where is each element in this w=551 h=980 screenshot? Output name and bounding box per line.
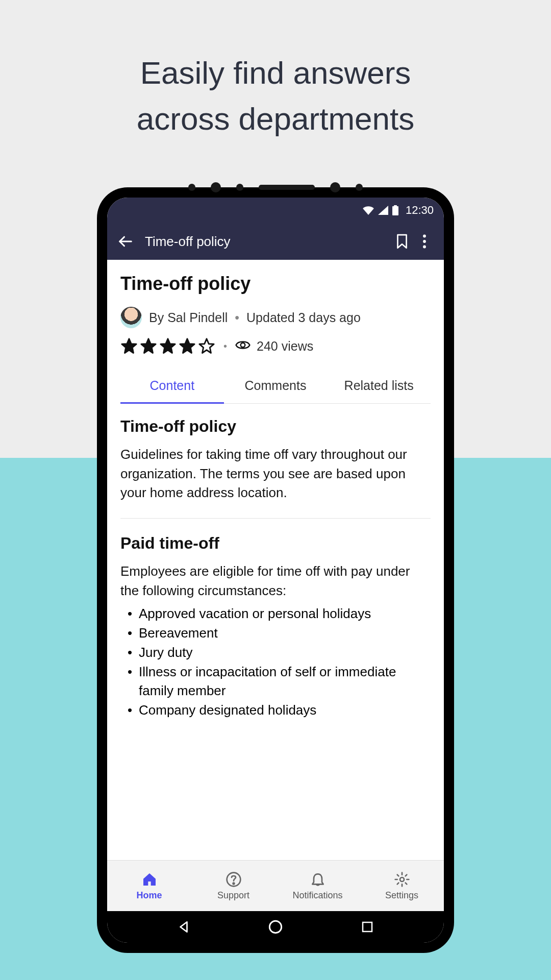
phone-frame: 12:30 Time-off policy Time-off policy By… [97,187,454,953]
hero-line-1: Easily find answers [0,50,551,96]
avatar [120,307,142,328]
bookmark-button[interactable] [391,230,413,253]
updated-label: Updated 3 days ago [246,310,361,325]
nav-label: Support [217,890,249,901]
home-icon [141,871,158,888]
sensor-dot [236,184,243,191]
list-item: Approved vacation or personal holidays [120,604,431,624]
meta-separator: • [223,340,227,352]
list-item: Bereavement [120,624,431,643]
camera-dot [330,182,340,192]
phone-screen: 12:30 Time-off policy Time-off policy By… [107,198,444,943]
author-name: Sal Pindell [167,310,228,325]
arrow-left-icon [118,234,133,249]
section-divider [120,518,431,519]
more-vertical-icon [422,234,427,249]
svg-point-4 [423,240,426,243]
tab-content[interactable]: Content [120,370,224,403]
cellular-icon [378,206,388,215]
circle-home-icon [268,920,283,934]
star-filled-icon [159,337,177,355]
svg-rect-11 [363,922,372,932]
star-filled-icon [140,337,157,355]
star-filled-icon [179,337,196,355]
bottom-nav: HomeSupportNotificationsSettings [107,860,444,911]
tab-related-lists[interactable]: Related lists [327,370,431,403]
bookmark-icon [395,234,409,249]
more-button[interactable] [413,230,436,253]
list-item: Jury duty [120,643,431,663]
section-body: Guidelines for taking time off vary thro… [120,445,431,503]
section-heading: Time-off policy [120,417,431,436]
list-item: Company designated holidays [120,701,431,720]
nav-label: Home [136,890,162,901]
nav-label: Notifications [292,890,342,901]
app-bar: Time-off policy [107,223,444,260]
android-recent-button[interactable] [359,918,376,936]
hero-heading: Easily find answers across departments [0,0,551,142]
nav-item-settings[interactable]: Settings [360,861,444,911]
views-count: 240 views [257,339,313,354]
square-recent-icon [361,921,373,933]
rating-stars[interactable] [120,337,215,355]
status-bar: 12:30 [107,198,444,223]
nav-item-home[interactable]: Home [107,861,191,911]
byline: By Sal Pindell • Updated 3 days ago [120,307,431,328]
speaker-slot [259,185,315,190]
author-prefix: By [149,310,167,325]
section-heading: Paid time-off [120,534,431,553]
svg-point-6 [241,343,245,348]
back-button[interactable] [115,231,136,252]
android-nav-bar [107,911,444,943]
android-home-button[interactable] [267,918,284,936]
nav-item-support[interactable]: Support [191,861,276,911]
android-back-button[interactable] [175,918,192,936]
svg-rect-0 [392,206,398,215]
svg-point-10 [269,921,281,933]
star-filled-icon [120,337,138,355]
article-body: Time-off policyGuidelines for taking tim… [120,417,431,720]
wifi-icon [363,206,374,215]
camera-dot [211,182,221,192]
section-body: Employees are eligible for time off with… [120,562,431,600]
tabs: ContentCommentsRelated lists [120,370,431,404]
meta-row: • 240 views [120,337,431,355]
svg-point-5 [423,246,426,249]
svg-point-3 [423,235,426,238]
author-label: By Sal Pindell [149,310,228,325]
svg-rect-1 [394,205,397,207]
content-area: Time-off policy By Sal Pindell • Updated… [107,260,444,860]
svg-point-8 [233,883,234,885]
byline-separator: • [235,310,239,325]
status-time: 12:30 [406,204,434,217]
bell-icon [309,871,327,888]
svg-point-9 [400,877,404,881]
tab-comments[interactable]: Comments [224,370,328,403]
hero-line-2: across departments [0,96,551,142]
appbar-title: Time-off policy [145,234,391,250]
list-item: Illness or incapacitation of self or imm… [120,663,431,701]
battery-icon [392,205,398,215]
eye-icon [235,339,251,353]
help-icon [225,871,242,888]
bullet-list: Approved vacation or personal holidaysBe… [120,604,431,720]
nav-label: Settings [385,890,418,901]
gear-icon [393,871,411,888]
sensor-dot [356,184,363,191]
star-empty-icon [198,337,215,355]
page-title: Time-off policy [120,273,431,295]
nav-item-notifications[interactable]: Notifications [276,861,360,911]
triangle-back-icon [177,920,190,934]
sensor-dot [188,184,195,191]
